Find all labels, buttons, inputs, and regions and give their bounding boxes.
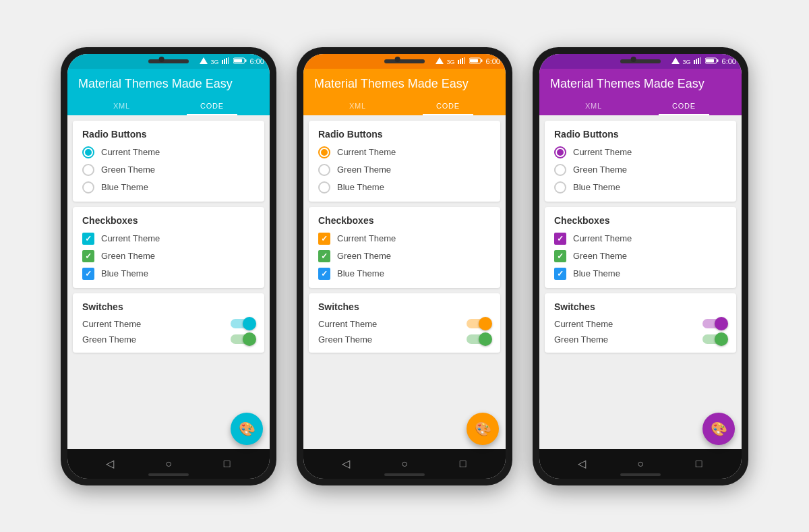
radio-circle (554, 164, 566, 176)
svg-rect-1 (222, 60, 223, 64)
radio-item[interactable]: Green Theme (554, 164, 727, 176)
card-title: Checkboxes (82, 215, 255, 226)
back-button[interactable]: ◁ (572, 454, 592, 474)
radio-item[interactable]: Current Theme (82, 146, 255, 158)
tab-code[interactable]: CODE (423, 96, 473, 115)
radio-label: Green Theme (101, 165, 155, 175)
checkbox-box: ✓ (318, 268, 330, 280)
fab-button[interactable]: 🎨 (231, 413, 263, 445)
checkbox-label: Blue Theme (337, 268, 384, 278)
card-title: Radio Buttons (82, 129, 255, 140)
app-bar-title: Material Themes Made Easy (550, 77, 731, 91)
tab-xml[interactable]: XML (336, 96, 380, 115)
content-area: Radio ButtonsCurrent ThemeGreen ThemeBlu… (67, 115, 270, 449)
checkbox-box: ✓ (318, 250, 330, 262)
tab-code[interactable]: CODE (187, 96, 237, 115)
switch-item[interactable]: Current Theme (554, 319, 727, 329)
radio-label: Blue Theme (337, 182, 384, 192)
svg-rect-22 (717, 59, 718, 62)
card-title: Radio Buttons (554, 129, 727, 140)
radio-item[interactable]: Green Theme (318, 164, 491, 176)
checkbox-label: Current Theme (573, 233, 632, 243)
status-icons: 3G (200, 57, 248, 65)
switch-thumb (479, 332, 492, 346)
content-area: Radio ButtonsCurrent ThemeGreen ThemeBlu… (539, 115, 742, 449)
app-bar-title: Material Themes Made Easy (78, 77, 259, 91)
checkbox-item[interactable]: ✓Green Theme (82, 250, 255, 262)
radio-item[interactable]: Blue Theme (554, 181, 727, 194)
phone-wrapper-purple: 3G 6:00 Material Themes Made EasyXMLCODE… (533, 47, 748, 485)
checkbox-box: ✓ (554, 233, 566, 245)
checkbox-item[interactable]: ✓Blue Theme (554, 268, 727, 280)
switch-item[interactable]: Green Theme (318, 334, 491, 345)
card-title: Checkboxes (554, 215, 727, 226)
checkbox-box: ✓ (82, 250, 94, 262)
switch-thumb (479, 317, 492, 330)
back-button[interactable]: ◁ (100, 454, 120, 474)
svg-marker-8 (436, 57, 444, 64)
checkbox-box: ✓ (82, 268, 94, 280)
recents-button[interactable]: □ (689, 454, 709, 474)
card-switch-card: SwitchesCurrent ThemeGreen Theme (545, 293, 736, 353)
checkbox-label: Green Theme (337, 251, 391, 261)
checkbox-item[interactable]: ✓Current Theme (554, 233, 727, 245)
tab-xml[interactable]: XML (572, 96, 616, 115)
checkbox-item[interactable]: ✓Blue Theme (82, 268, 255, 280)
tab-code[interactable]: CODE (659, 96, 709, 115)
switch-track (231, 319, 255, 328)
switch-thumb (715, 332, 728, 346)
svg-rect-6 (245, 59, 246, 62)
radio-label: Green Theme (337, 165, 391, 175)
checkbox-item[interactable]: ✓Current Theme (82, 233, 255, 245)
switch-thumb (243, 332, 256, 346)
checkbox-item[interactable]: ✓Blue Theme (318, 268, 491, 280)
app-bar: Material Themes Made EasyXMLCODE (303, 69, 506, 115)
card-switch-card: SwitchesCurrent ThemeGreen Theme (309, 293, 500, 353)
radio-item[interactable]: Blue Theme (318, 181, 491, 194)
checkbox-label: Current Theme (101, 233, 160, 243)
card-title: Checkboxes (318, 215, 491, 226)
fab-button[interactable]: 🎨 (702, 413, 735, 445)
checkbox-item[interactable]: ✓Green Theme (318, 250, 491, 262)
home-button[interactable]: ○ (394, 454, 415, 474)
card-radio-card: Radio ButtonsCurrent ThemeGreen ThemeBlu… (545, 121, 736, 202)
status-time: 6:00 (486, 57, 500, 65)
svg-rect-10 (460, 59, 461, 64)
recents-button[interactable]: □ (453, 454, 473, 474)
home-button[interactable]: ○ (158, 454, 179, 474)
svg-rect-11 (462, 58, 463, 64)
checkbox-item[interactable]: ✓Current Theme (318, 233, 491, 245)
radio-item[interactable]: Blue Theme (82, 181, 255, 194)
switch-item[interactable]: Green Theme (554, 334, 727, 345)
radio-circle (554, 181, 566, 194)
content-area: Radio ButtonsCurrent ThemeGreen ThemeBlu… (303, 115, 506, 449)
phone-teal: 3G 6:00 Material Themes Made EasyXMLCODE… (61, 47, 276, 485)
switch-track (467, 319, 491, 328)
svg-rect-3 (226, 58, 227, 64)
radio-item[interactable]: Current Theme (554, 146, 727, 158)
home-button[interactable]: ○ (630, 454, 651, 474)
card-title: Switches (554, 301, 727, 312)
checkbox-label: Green Theme (101, 251, 155, 261)
recents-button[interactable]: □ (217, 454, 237, 474)
switch-thumb (715, 317, 728, 330)
fab-button[interactable]: 🎨 (467, 413, 499, 445)
radio-circle (318, 164, 330, 176)
switch-item[interactable]: Current Theme (318, 319, 491, 329)
status-bar: 3G 6:00 (67, 54, 270, 69)
switch-thumb (243, 317, 256, 330)
switch-label: Current Theme (318, 319, 377, 329)
tab-xml[interactable]: XML (100, 96, 144, 115)
radio-item[interactable]: Green Theme (82, 164, 255, 176)
switch-item[interactable]: Current Theme (82, 319, 255, 329)
checkbox-box: ✓ (318, 233, 330, 245)
svg-rect-7 (234, 59, 242, 62)
checkbox-label: Blue Theme (101, 268, 148, 278)
svg-rect-18 (696, 59, 697, 64)
checkbox-item[interactable]: ✓Green Theme (554, 250, 727, 262)
switch-item[interactable]: Green Theme (82, 334, 255, 345)
radio-item[interactable]: Current Theme (318, 146, 491, 158)
radio-circle (82, 181, 94, 194)
switch-label: Green Theme (554, 334, 608, 345)
back-button[interactable]: ◁ (336, 454, 356, 474)
